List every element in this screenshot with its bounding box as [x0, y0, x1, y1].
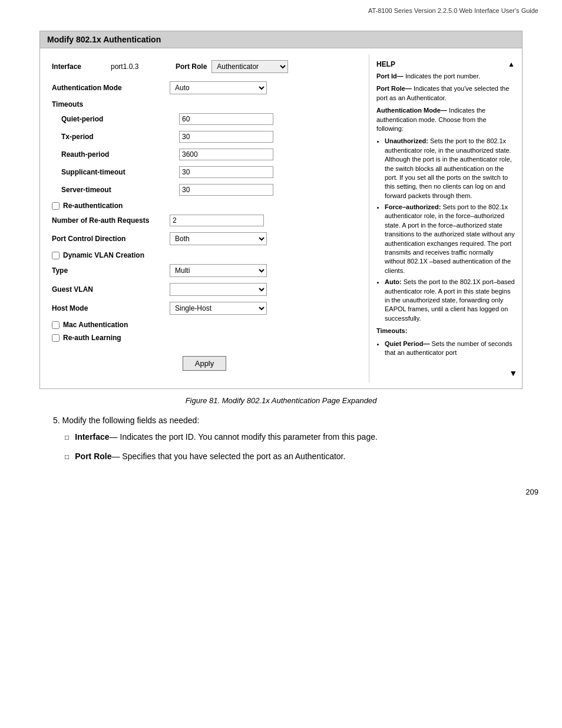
apply-button[interactable]: Apply: [183, 356, 227, 371]
list-bullet-1: □: [65, 432, 69, 443]
host-mode-row: Host Mode Single-Host Multi-Host: [52, 302, 357, 315]
list-item-2-rest: — Specifies that you have selected the p…: [111, 452, 345, 461]
list-item-1-rest: — Indicates the port ID. You cannot modi…: [110, 432, 378, 442]
dynamic-vlan-label: Dynamic VLAN Creation: [63, 251, 144, 259]
quiet-period-input[interactable]: [179, 113, 273, 125]
help-authmode-list: Unauthorized: Sets the port to the 802.1…: [385, 137, 515, 323]
reauth-checkbox-row: Re-authentication: [52, 202, 357, 210]
guest-vlan-row: Guest VLAN: [52, 283, 357, 296]
port-control-label: Port Control Direction: [52, 235, 170, 243]
mac-auth-row: Mac Authentication: [52, 321, 357, 329]
form-panel: Modify 802.1x Authentication Interface p…: [39, 31, 523, 389]
timeouts-label: Timeouts: [52, 100, 357, 108]
quiet-period-label: Quiet-period: [61, 115, 179, 123]
guest-vlan-select[interactable]: [170, 283, 267, 296]
type-row: Type Multi Single: [52, 264, 357, 277]
step-text: Modify the following fields as needed:: [62, 416, 200, 425]
help-panel: HELP ▲ Port Id— Indicates the port numbe…: [369, 54, 522, 383]
reauth-checkbox-label: Re-authentication: [63, 202, 123, 210]
dynamic-vlan-checkbox[interactable]: [52, 252, 59, 259]
port-control-select[interactable]: Both In: [170, 232, 267, 245]
help-timeouts-bold: Timeouts:: [376, 327, 407, 334]
help-portid-bold: Port Id—: [376, 73, 404, 80]
page-number: 209: [0, 482, 562, 496]
list-item: □ Port Role— Specifies that you have sel…: [65, 450, 527, 463]
supplicant-timeout-row: Supplicant-timeout: [61, 166, 357, 178]
port-role-label: Port Role: [176, 62, 207, 71]
help-authmode-bold: Authentication Mode—: [376, 107, 447, 114]
form-left: Interface port1.0.3 Port Role Authentica…: [40, 54, 369, 383]
list-item-1-text: Interface— Indicates the port ID. You ca…: [75, 431, 527, 443]
num-reauth-label: Number of Re-auth Requests: [52, 216, 170, 225]
type-label: Type: [52, 266, 170, 275]
auth-mode-row: Authentication Mode Auto Unauthorized Fo…: [52, 81, 357, 94]
server-timeout-label: Server-timeout: [61, 186, 179, 194]
figure-caption: Figure 81. Modify 802.1x Authentication …: [35, 396, 527, 405]
apply-row: Apply: [52, 347, 357, 377]
list-item: □ Interface— Indicates the port ID. You …: [65, 431, 527, 443]
reauth-learning-row: Re-auth Learning: [52, 334, 357, 342]
reauth-learning-checkbox[interactable]: [52, 334, 59, 342]
step-number: 5.: [53, 416, 60, 425]
interface-label: Interface: [52, 62, 111, 71]
port-control-row: Port Control Direction Both In: [52, 232, 357, 245]
mac-auth-checkbox[interactable]: [52, 321, 59, 329]
host-mode-label: Host Mode: [52, 304, 170, 312]
quiet-period-row: Quiet-period: [61, 113, 357, 125]
reauth-period-row: Reauth-period: [61, 149, 357, 160]
header-title: AT-8100 Series Version 2.2.5.0 Web Inter…: [368, 7, 538, 14]
dynamic-vlan-row: Dynamic VLAN Creation: [52, 251, 357, 259]
help-force-auth-item: Force–authorized: Sets port to the 802.1…: [385, 203, 515, 275]
reauth-checkbox[interactable]: [52, 202, 59, 210]
scroll-up-icon[interactable]: ▲: [508, 60, 515, 68]
body-list: □ Interface— Indicates the port ID. You …: [35, 431, 527, 463]
body-step: 5. Modify the following fields as needed…: [35, 416, 527, 425]
help-auto-item: Auto: Sets the port to the 802.1X port–b…: [385, 278, 515, 323]
help-portid-text: Indicates the port number.: [404, 73, 480, 80]
mac-auth-label: Mac Authentication: [63, 321, 128, 329]
supplicant-timeout-label: Supplicant-timeout: [61, 168, 179, 176]
auth-mode-select[interactable]: Auto Unauthorized Force-authorized: [170, 81, 267, 94]
server-timeout-input[interactable]: [179, 184, 273, 196]
help-portrole-bold: Port Role—: [376, 85, 412, 92]
tx-period-label: Tx-period: [61, 133, 179, 141]
panel-title: Modify 802.1x Authentication: [40, 31, 522, 48]
help-header: HELP ▲: [376, 60, 515, 68]
list-bullet-2: □: [65, 452, 69, 463]
help-timeouts-list: Quiet Period— Sets the number of seconds…: [385, 340, 515, 358]
num-reauth-input[interactable]: [170, 215, 264, 226]
interface-row: Interface port1.0.3 Port Role Authentica…: [52, 60, 357, 73]
supplicant-timeout-input[interactable]: [179, 166, 273, 178]
server-timeout-row: Server-timeout: [61, 184, 357, 196]
reauth-period-input[interactable]: [179, 149, 273, 160]
port-role-select[interactable]: Authenticator Supplicant: [211, 60, 288, 73]
help-content: Port Id— Indicates the port number. Port…: [376, 72, 515, 357]
help-unauthorized-item: Unauthorized: Sets the port to the 802.1…: [385, 137, 515, 200]
num-reauth-row: Number of Re-auth Requests: [52, 215, 357, 226]
guest-vlan-label: Guest VLAN: [52, 285, 170, 294]
help-title-text: HELP: [376, 60, 395, 68]
scroll-down-icon[interactable]: ▼: [509, 368, 517, 378]
help-quiet-period-item: Quiet Period— Sets the number of seconds…: [385, 340, 515, 358]
page-header: AT-8100 Series Version 2.2.5.0 Web Inter…: [0, 0, 562, 19]
type-select[interactable]: Multi Single: [170, 264, 267, 277]
host-mode-select[interactable]: Single-Host Multi-Host: [170, 302, 267, 315]
list-item-2-text: Port Role— Specifies that you have selec…: [75, 450, 527, 463]
list-item-2-bold: Port Role: [75, 452, 111, 461]
auth-mode-label: Authentication Mode: [52, 84, 170, 92]
interface-value: port1.0.3: [111, 62, 158, 71]
list-item-1-bold: Interface: [75, 432, 109, 442]
reauth-learning-label: Re-auth Learning: [63, 334, 121, 342]
tx-period-input[interactable]: [179, 131, 273, 143]
tx-period-row: Tx-period: [61, 131, 357, 143]
reauth-period-label: Reauth-period: [61, 150, 179, 159]
